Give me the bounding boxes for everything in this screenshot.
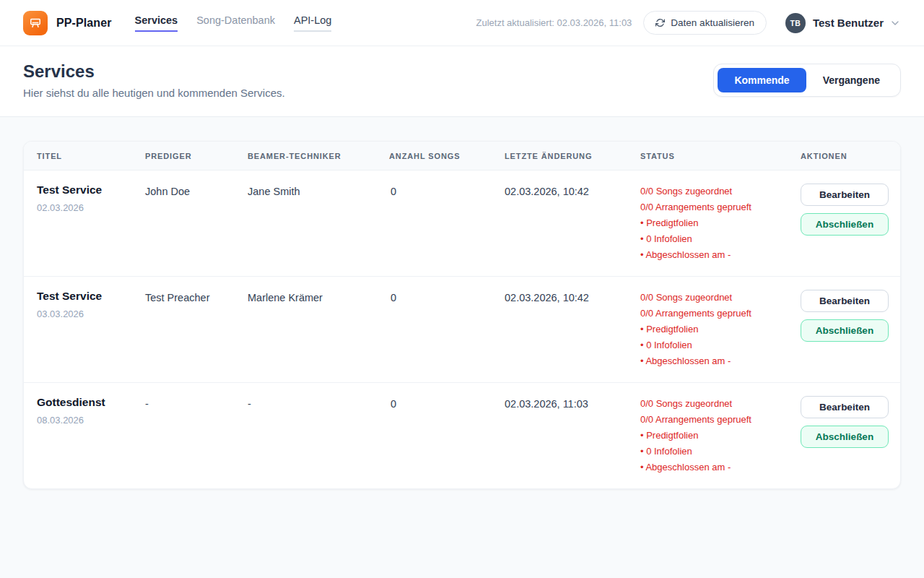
column-header-titel: TITEL xyxy=(37,152,145,160)
status-line: • Predigtfolien xyxy=(640,215,801,231)
column-header-prediger: PREDIGER xyxy=(145,152,248,160)
table-row: Gottesdienst 08.03.2026 - - 0 02.03.2026… xyxy=(24,382,900,488)
avatar[interactable]: TB xyxy=(785,13,806,33)
beamer-technician-cell: - xyxy=(248,396,389,410)
column-header-aktionen: AKTIONEN xyxy=(801,152,889,160)
last-change-cell: 02.03.2026, 10:42 xyxy=(505,184,640,197)
status-line: 0/0 Songs zugeordnet xyxy=(640,290,801,306)
status-line: • Abgeschlossen am - xyxy=(640,247,801,263)
preacher-cell: John Doe xyxy=(145,184,248,197)
actions-cell: Bearbeiten Abschließen xyxy=(801,290,889,342)
complete-button[interactable]: Abschließen xyxy=(801,213,889,236)
nav-item-song-datenbank[interactable]: Song-Datenbank xyxy=(196,14,275,32)
status-line: • Predigtfolien xyxy=(640,322,801,337)
status-line: 0/0 Arrangements geprueft xyxy=(640,199,801,215)
status-line: • Abgeschlossen am - xyxy=(640,353,801,369)
main-nav: Services Song-Datenbank API-Log xyxy=(135,14,332,32)
title-cell: Test Service 02.03.2026 xyxy=(37,184,145,213)
status-line: • 0 Infofolien xyxy=(640,337,801,353)
nav-item-services[interactable]: Services xyxy=(135,14,178,32)
status-line: • 0 Infofolien xyxy=(640,231,801,247)
column-header-anzahl-songs: ANZAHL SONGS xyxy=(389,152,505,160)
filter-kommende-button[interactable]: Kommende xyxy=(718,68,806,92)
app-name: PP-Planer xyxy=(56,17,112,30)
service-title: Test Service xyxy=(37,184,145,197)
table-row: Test Service 02.03.2026 John Doe Jane Sm… xyxy=(24,171,900,276)
service-title: Gottesdienst xyxy=(37,396,145,409)
page-head-text: Services Hier siehst du alle heutigen un… xyxy=(23,61,285,99)
service-title: Test Service xyxy=(37,290,145,303)
last-change-cell: 02.03.2026, 11:03 xyxy=(505,396,640,410)
refresh-button-label: Daten aktualisieren xyxy=(671,17,754,28)
service-date: 02.03.2026 xyxy=(37,202,145,213)
top-bar: PP-Planer Services Song-Datenbank API-Lo… xyxy=(0,0,924,46)
app-logo xyxy=(23,11,48,35)
status-line: • Predigtfolien xyxy=(640,428,801,444)
content-area: TITEL PREDIGER BEAMER-TECHNIKER ANZAHL S… xyxy=(0,117,924,513)
status-cell: 0/0 Songs zugeordnet 0/0 Arrangements ge… xyxy=(640,184,801,263)
beamer-technician-cell: Marlene Krämer xyxy=(248,290,389,303)
song-count-cell: 0 xyxy=(389,290,505,303)
title-cell: Gottesdienst 08.03.2026 xyxy=(37,396,145,426)
status-line: • Abgeschlossen am - xyxy=(640,460,801,475)
page-title: Services xyxy=(23,61,285,82)
status-line: • 0 Infofolien xyxy=(640,444,801,460)
title-cell: Test Service 03.03.2026 xyxy=(37,290,145,319)
status-line: 0/0 Songs zugeordnet xyxy=(640,396,801,412)
status-cell: 0/0 Songs zugeordnet 0/0 Arrangements ge… xyxy=(640,396,801,475)
table-header-row: TITEL PREDIGER BEAMER-TECHNIKER ANZAHL S… xyxy=(24,142,900,171)
song-count-cell: 0 xyxy=(389,184,505,197)
edit-button[interactable]: Bearbeiten xyxy=(801,396,889,418)
page-head: Services Hier siehst du alle heutigen un… xyxy=(0,46,924,117)
edit-button[interactable]: Bearbeiten xyxy=(801,184,889,206)
user-name: Test Benutzer xyxy=(813,17,884,29)
last-updated-text: Zuletzt aktualisiert: 02.03.2026, 11:03 xyxy=(476,17,632,28)
service-date: 03.03.2026 xyxy=(37,309,145,319)
chevron-down-icon[interactable] xyxy=(889,17,901,29)
refresh-data-button[interactable]: Daten aktualisieren xyxy=(643,11,767,35)
edit-button[interactable]: Bearbeiten xyxy=(801,290,889,312)
services-table-card: TITEL PREDIGER BEAMER-TECHNIKER ANZAHL S… xyxy=(23,141,901,489)
column-header-status: STATUS xyxy=(640,152,801,160)
actions-cell: Bearbeiten Abschließen xyxy=(801,396,889,448)
service-date: 08.03.2026 xyxy=(37,415,145,426)
status-line: 0/0 Arrangements geprueft xyxy=(640,412,801,428)
status-line: 0/0 Songs zugeordnet xyxy=(640,184,801,199)
page-subtitle: Hier siehst du alle heutigen und kommend… xyxy=(23,87,285,99)
last-change-cell: 02.03.2026, 10:42 xyxy=(505,290,640,303)
refresh-icon xyxy=(655,18,665,27)
preacher-cell: Test Preacher xyxy=(145,290,248,303)
song-count-cell: 0 xyxy=(389,396,505,410)
table-row: Test Service 03.03.2026 Test Preacher Ma… xyxy=(24,276,900,382)
status-cell: 0/0 Songs zugeordnet 0/0 Arrangements ge… xyxy=(640,290,801,369)
column-header-beamer-techniker: BEAMER-TECHNIKER xyxy=(248,152,389,160)
complete-button[interactable]: Abschließen xyxy=(801,319,889,342)
actions-cell: Bearbeiten Abschließen xyxy=(801,184,889,236)
nav-item-api-log[interactable]: API-Log xyxy=(294,14,331,32)
complete-button[interactable]: Abschließen xyxy=(801,426,889,448)
projector-screen-icon xyxy=(28,16,43,30)
beamer-technician-cell: Jane Smith xyxy=(248,184,389,197)
status-line: 0/0 Arrangements geprueft xyxy=(640,306,801,322)
preacher-cell: - xyxy=(145,396,248,410)
filter-vergangene-button[interactable]: Vergangene xyxy=(806,68,897,92)
column-header-letzte-aenderung: LETZTE ÄNDERUNG xyxy=(505,152,640,160)
service-filter-toggle: Kommende Vergangene xyxy=(713,64,901,97)
